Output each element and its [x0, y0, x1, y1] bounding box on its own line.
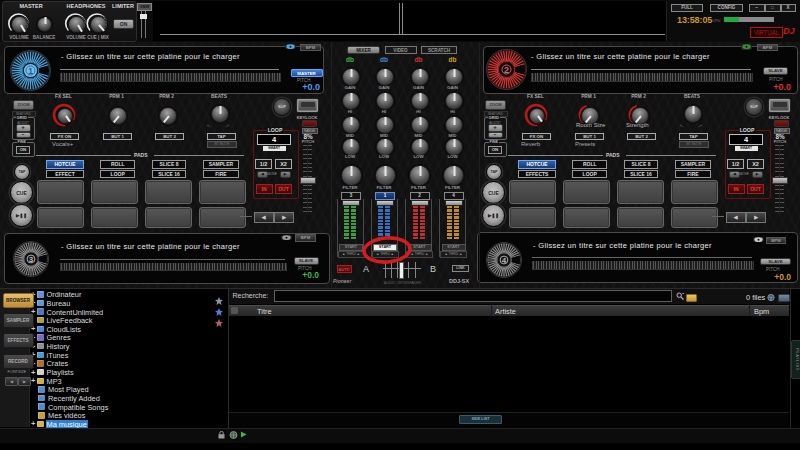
svg-text:2: 2: [504, 65, 509, 75]
svg-text:4: 4: [501, 256, 506, 265]
svg-text:3: 3: [28, 255, 33, 264]
svg-text:1: 1: [27, 66, 32, 76]
